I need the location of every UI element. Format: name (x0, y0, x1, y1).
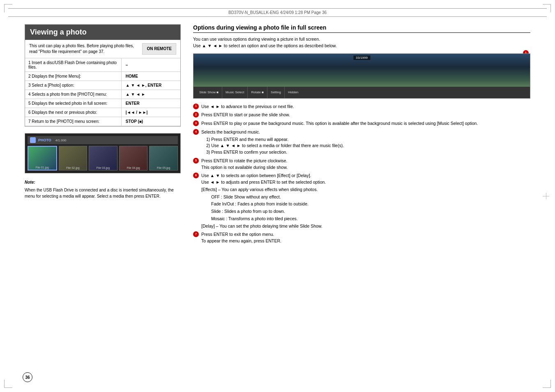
intro-line: You can use various options during viewi… (193, 36, 530, 43)
toolbar-item: Setting (267, 87, 285, 98)
step-remote: ▲ ▼ ◄ ►, ENTER (121, 81, 180, 90)
step-text: 6 Displays the next or previous photo: (25, 108, 121, 117)
viewer-toolbar: Slide Show ■Music SelectRotate ■SettingH… (193, 87, 530, 98)
main-content: Viewing a photo This unit can play a pho… (8, 24, 547, 247)
step-remote: – (121, 58, 180, 72)
instruction-text: Press ENTER to start or pause the slide … (201, 112, 530, 118)
instruction-text: Use ▲ ▼ to selects an option between [Ef… (201, 173, 530, 229)
page-number: 36 (23, 372, 32, 382)
corner-tl (4, 4, 12, 12)
effects-header: [Effects] – You can apply various effect… (201, 187, 530, 193)
photo-thumb-label: File 02.jpg (59, 166, 87, 169)
instruction-item: 4Selects the background music.1) Press E… (193, 129, 530, 156)
step-row: 7 Return to the [PHOTO] menu screen:STOP… (25, 117, 180, 126)
photo-thumb-label: File 01.jpg (28, 166, 56, 169)
photo-grid: File 01.jpgFile 02.jpgFile 03.jpgFile 04… (28, 146, 178, 171)
left-column: Viewing a photo This unit can play a pho… (25, 24, 181, 247)
step-row: 3 Select a [Photo] option:▲ ▼ ◄ ►, ENTER (25, 81, 180, 90)
toolbar-item: Music Select (222, 87, 248, 98)
delay-text: [Delay] – You can set the photo delaying… (201, 223, 530, 230)
step-text: 3 Select a [Photo] option: (25, 81, 121, 90)
step-text: 5 Displays the selected photo in full sc… (25, 99, 121, 108)
instruction-main: Press ENTER to rotate the picture clockw… (201, 158, 288, 163)
instruction-main: Use ▲ ▼ to selects an option between [Ef… (201, 173, 311, 178)
toolbar-item: Slide Show ■ (196, 87, 222, 98)
instruction-sub-plain: To appear the menu again, press ENTER. (201, 238, 530, 244)
instruction-text: Press ENTER to play or pause the backgro… (201, 120, 530, 127)
step-row: 5 Displays the selected photo in full sc… (25, 99, 180, 108)
step-remote: ENTER (121, 99, 180, 108)
corner-br (543, 380, 551, 388)
photo-thumb: File 04.jpg (119, 146, 148, 171)
right-column: Options during viewing a photo file in f… (193, 24, 530, 247)
instruction-sub-plain: This option is not available during slid… (201, 164, 530, 171)
instruction-number: 1 (193, 104, 199, 109)
step-row: 6 Displays the next or previous photo:|◄… (25, 108, 180, 117)
step-text: 4 Selects a photo from the [PHOTO] menu: (25, 90, 121, 99)
on-remote-label: ON REMOTE (142, 43, 176, 55)
step-text: 1 Insert a disc/USB Flash Drive containi… (25, 58, 121, 72)
instruction-number: 2 (193, 112, 199, 118)
instruction-main: Press ENTER to start or pause the slide … (201, 112, 290, 117)
instruction-number: 6 (193, 173, 199, 178)
note-text: When the USB Flash Drive is connected an… (25, 187, 181, 199)
photo-thumb: File 05.jpg (149, 146, 178, 171)
photo-viewer-image: 33/1999 (193, 54, 530, 87)
instruction-item: 6Use ▲ ▼ to selects an option between [E… (193, 173, 530, 229)
step-remote: ▲ ▼ ◄ ► (121, 90, 180, 99)
instruction-text: Press ENTER to rotate the picture clockw… (201, 158, 530, 171)
viewing-desc: This unit can play a photo files. Before… (25, 40, 180, 58)
crosshair-right (543, 193, 549, 199)
step-text: 7 Return to the [PHOTO] menu screen: (25, 117, 121, 126)
note-title: Note: (25, 179, 181, 185)
instruction-main: Use ◄ ► to advance to the previous or ne… (201, 104, 294, 109)
toolbar-item-label: Setting (271, 90, 281, 94)
instruction-number: 5 (193, 158, 199, 164)
toolbar-item: Rotate ■ (248, 87, 267, 98)
right-title: Options during viewing a photo file in f… (193, 24, 530, 33)
toolbar-item-label: Music Select (226, 90, 244, 94)
instruction-text: Use ◄ ► to advance to the previous or ne… (201, 104, 530, 110)
photo-num-badge: 33/1999 (353, 55, 370, 60)
steps-table: 1 Insert a disc/USB Flash Drive containi… (25, 58, 180, 126)
step-remote: STOP (■) (121, 117, 180, 126)
instruction-main: Press ENTER to exit the option menu. (201, 232, 274, 237)
header-text: BD370V-N_BUSALLK-ENG 4/24/09 1:28 PM Pag… (228, 10, 327, 15)
photo-count: 4/1.000 (55, 138, 67, 142)
corner-bl (4, 380, 12, 388)
instruction-number: 4 (193, 129, 199, 135)
instruction-item: 2Press ENTER to start or pause the slide… (193, 112, 530, 118)
intro-line: Use ▲ ▼ ◄ ► to select an option and use … (193, 43, 530, 49)
step-text: 2 Displays the [Home Menu]: (25, 72, 121, 81)
instructions-list: 1Use ◄ ► to advance to the previous or n… (193, 104, 530, 244)
instruction-text: Press ENTER to exit the option menu.To a… (201, 231, 530, 244)
step-row: 4 Selects a photo from the [PHOTO] menu:… (25, 90, 180, 99)
instruction-item: 7Press ENTER to exit the option menu.To … (193, 231, 530, 244)
toolbar-item-label: Slide Show ■ (199, 90, 219, 94)
photo-thumb: File 02.jpg (59, 146, 88, 171)
instruction-number: 7 (193, 231, 199, 237)
viewing-box: Viewing a photo This unit can play a pho… (25, 24, 181, 127)
step-row: 1 Insert a disc/USB Flash Drive containi… (25, 58, 180, 72)
corner-tr (543, 4, 551, 12)
toolbar-item: Hidden (285, 87, 302, 98)
toolbar-item-label: Hidden (288, 90, 298, 94)
instruction-sub-item: 3) Press ENTER to confirm your selection… (206, 149, 530, 156)
photo-viewer-mock: 33/1999 Slide Show ■Music SelectRotate ■… (193, 53, 530, 99)
effect-item: Fade In/Out : Fades a photo from inside … (211, 201, 530, 208)
instruction-sub-item: 1) Press ENTER and the menu will appear. (206, 136, 530, 143)
photo-thumb-label: File 03.jpg (89, 166, 117, 169)
photo-thumb-label: File 04.jpg (120, 166, 147, 169)
instruction-text: Selects the background music.1) Press EN… (201, 129, 530, 156)
effect-item: Mosaic : Transforms a photo into tiled p… (211, 216, 530, 222)
instruction-sub-item: 2) Use ▲ ▼ ◄ ► to select a media or fold… (206, 143, 530, 149)
photo-thumb-label: File 05.jpg (150, 166, 177, 169)
instruction-item: 1Use ◄ ► to advance to the previous or n… (193, 104, 530, 110)
instruction-main: Press ENTER to play or pause the backgro… (201, 121, 478, 126)
effect-item: OFF : Slide Show without any effect. (211, 194, 530, 201)
effect-item: Slide : Slides a photo from up to down. (211, 208, 530, 215)
photo-icon (30, 137, 36, 143)
instruction-main: Selects the background music. (201, 129, 260, 134)
right-intro: You can use various options during viewi… (193, 36, 530, 49)
photo-thumb: File 03.jpg (89, 146, 117, 171)
